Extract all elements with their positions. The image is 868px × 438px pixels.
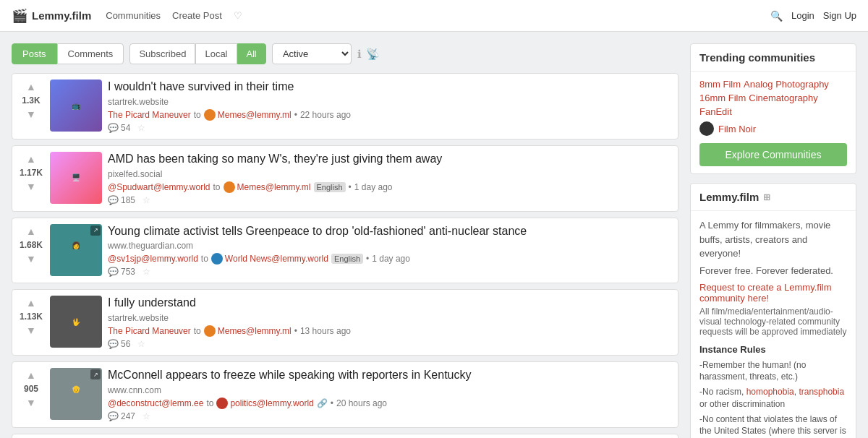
community-avatar bbox=[216, 398, 228, 409]
downvote-button[interactable]: ▼ bbox=[25, 179, 38, 194]
post-title[interactable]: Young climate activist tells Greenpeace … bbox=[108, 224, 672, 239]
community-link[interactable]: The Picard Maneuver bbox=[108, 110, 191, 120]
downvote-button[interactable]: ▼ bbox=[25, 323, 38, 338]
rules-title: Instance Rules bbox=[699, 344, 847, 355]
user-link[interactable]: World News@lemmy.world bbox=[225, 254, 328, 264]
instance-tagline: Forever free. Forever federated. bbox=[699, 265, 847, 276]
upvote-button[interactable]: ▲ bbox=[25, 296, 38, 310]
filter-bar: Posts Comments Subscribed Local All Acti… bbox=[12, 43, 678, 64]
post-actions: 💬 56 ☆ bbox=[108, 339, 672, 349]
nav-communities[interactable]: Communities bbox=[106, 10, 161, 21]
user-link[interactable]: Memes@lemmy.ml bbox=[218, 326, 292, 336]
post-actions: 💬 753 ☆ bbox=[108, 267, 672, 277]
downvote-button[interactable]: ▼ bbox=[25, 395, 38, 410]
tab-posts[interactable]: Posts bbox=[12, 43, 57, 64]
save-icon[interactable]: ☆ bbox=[137, 123, 145, 133]
content-area: Posts Comments Subscribed Local All Acti… bbox=[12, 43, 678, 438]
comments-button[interactable]: 💬 54 bbox=[108, 123, 130, 133]
heart-icon[interactable]: ♡ bbox=[234, 10, 242, 21]
community-avatar bbox=[204, 325, 216, 337]
trending-avatar bbox=[699, 121, 714, 136]
explore-communities-button[interactable]: Explore Communities bbox=[699, 143, 847, 166]
trending-link-fanedit[interactable]: FanEdit bbox=[699, 106, 732, 117]
comment-icon: 💬 bbox=[108, 195, 119, 205]
downvote-button[interactable]: ▼ bbox=[25, 107, 38, 121]
post-source: www.theguardian.com bbox=[108, 241, 672, 251]
rss-icon[interactable]: 📡 bbox=[366, 48, 380, 61]
post-thumbnail: 📺 bbox=[50, 80, 102, 132]
downvote-button[interactable]: ▼ bbox=[25, 252, 38, 266]
instance-card: Lemmy.film ⊞ A Lemmy for filmmakers, mov… bbox=[690, 183, 856, 438]
trending-link-8mm[interactable]: 8mm Film bbox=[699, 79, 741, 90]
post-item: ▲ 1.68K ▼ 👩 ↗ Young climate activist tel… bbox=[12, 218, 678, 284]
nav-create-post[interactable]: Create Post bbox=[172, 10, 222, 21]
user-link[interactable]: Memes@lemmy.ml bbox=[218, 110, 292, 120]
post-title[interactable]: I fully understand bbox=[108, 296, 672, 311]
post-time: 1 day ago bbox=[372, 254, 410, 264]
external-icon: ↗ bbox=[90, 369, 101, 379]
community-link[interactable]: The Picard Maneuver bbox=[108, 326, 191, 336]
post-source: startrek.website bbox=[108, 97, 672, 107]
community-link[interactable]: @Spudwart@lemmy.world bbox=[108, 182, 210, 192]
language-badge: English bbox=[314, 182, 346, 192]
tab-comments[interactable]: Comments bbox=[57, 43, 124, 64]
user-link[interactable]: politics@lemmy.world bbox=[230, 398, 313, 408]
post-source: pixelfed.social bbox=[108, 169, 672, 179]
post-content: I wouldn't have survived in their time s… bbox=[108, 80, 672, 133]
login-button[interactable]: Login bbox=[791, 10, 814, 21]
logo[interactable]: 🎬 Lemmy.film bbox=[12, 8, 91, 24]
sidebar: Trending communities 8mm Film Analog Pho… bbox=[690, 43, 856, 438]
homophobia-link[interactable]: homophobia bbox=[746, 387, 794, 397]
vote-count: 1.68K bbox=[20, 240, 43, 250]
comments-button[interactable]: 💬 56 bbox=[108, 339, 130, 349]
listing-subscribed[interactable]: Subscribed bbox=[129, 43, 195, 64]
signup-button[interactable]: Sign Up bbox=[823, 10, 856, 21]
header-right: 🔍 Login Sign Up bbox=[770, 10, 856, 22]
listing-all[interactable]: All bbox=[237, 43, 266, 64]
post-title[interactable]: AMD has been taking so many W's, they're… bbox=[108, 152, 672, 167]
post-thumbnail: 👩 ↗ bbox=[50, 224, 102, 276]
upvote-button[interactable]: ▲ bbox=[25, 224, 38, 239]
trending-link-16mm[interactable]: 16mm Film bbox=[699, 93, 746, 103]
filter-icons: ℹ 📡 bbox=[357, 48, 380, 61]
upvote-button[interactable]: ▲ bbox=[25, 368, 38, 382]
trending-link-analog[interactable]: Analog Photography bbox=[744, 79, 829, 90]
comments-button[interactable]: 💬 185 bbox=[108, 195, 135, 205]
post-meta: @Spudwart@lemmy.world to Memes@lemmy.ml … bbox=[108, 181, 672, 193]
comment-icon: 💬 bbox=[108, 267, 119, 277]
info-icon[interactable]: ℹ bbox=[357, 48, 362, 61]
post-content: I fully understand startrek.website The … bbox=[108, 296, 672, 349]
comments-button[interactable]: 💬 753 bbox=[108, 267, 135, 277]
instance-title: Lemmy.film ⊞ bbox=[691, 184, 856, 211]
instance-icon: ⊞ bbox=[763, 192, 770, 202]
upvote-button[interactable]: ▲ bbox=[25, 152, 38, 166]
transphobia-link[interactable]: transphobia bbox=[799, 387, 844, 397]
search-icon[interactable]: 🔍 bbox=[770, 10, 783, 22]
sort-dropdown[interactable]: Active Hot New Top bbox=[272, 43, 352, 64]
user-link[interactable]: Memes@lemmy.ml bbox=[237, 182, 311, 192]
post-time: 22 hours ago bbox=[300, 110, 351, 120]
post-item: ▲ 1.17K ▼ 🖥️ AMD has been taking so many… bbox=[12, 145, 678, 212]
save-icon[interactable]: ☆ bbox=[142, 195, 150, 205]
save-icon[interactable]: ☆ bbox=[142, 411, 150, 421]
post-title[interactable]: McConnell appears to freeze while speaki… bbox=[108, 368, 672, 383]
post-meta: The Picard Maneuver to Memes@lemmy.ml • … bbox=[108, 109, 672, 121]
upvote-button[interactable]: ▲ bbox=[25, 80, 38, 94]
trending-link-cinematography[interactable]: Cinematography bbox=[749, 93, 817, 103]
comments-button[interactable]: 💬 247 bbox=[108, 411, 135, 421]
post-content: McConnell appears to freeze while speaki… bbox=[108, 368, 672, 421]
logo-text: Lemmy.film bbox=[32, 9, 91, 22]
post-source: startrek.website bbox=[108, 313, 672, 323]
listing-local[interactable]: Local bbox=[195, 43, 237, 64]
vote-column: ▲ 1.17K ▼ bbox=[18, 152, 44, 205]
community-avatar bbox=[211, 253, 223, 265]
post-title[interactable]: I wouldn't have survived in their time bbox=[108, 80, 672, 95]
community-link[interactable]: @deconstruct@lemm.ee bbox=[108, 398, 203, 408]
trending-link-filmnoir[interactable]: Film Noir bbox=[718, 124, 756, 134]
comment-count: 54 bbox=[121, 123, 130, 133]
community-link[interactable]: @sv1sjp@lemmy.world bbox=[108, 254, 198, 264]
save-icon[interactable]: ☆ bbox=[142, 267, 150, 277]
instance-request-link[interactable]: Request to create a Lemmy.film community… bbox=[699, 282, 847, 304]
rule-3: -No content that violates the laws of th… bbox=[699, 413, 847, 438]
save-icon[interactable]: ☆ bbox=[137, 339, 145, 349]
